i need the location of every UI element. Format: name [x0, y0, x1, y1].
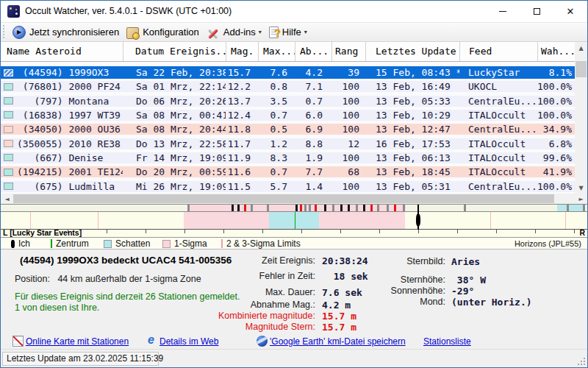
cell-feed: CentralEu... [459, 180, 537, 194]
resize-grip[interactable] [578, 358, 585, 365]
app-icon [7, 5, 20, 18]
vertical-scroll-thumb[interactable] [576, 61, 587, 77]
minimize-button[interactable] [486, 1, 520, 22]
column-header-feed[interactable]: Feed [459, 42, 537, 61]
cell-update: 15 Feb, 08:43 * [365, 66, 459, 79]
cell-update: 13 Feb, 16:49 [365, 79, 459, 93]
table-row[interactable]: (797) MontanaDo 06 Mrz, 20:2613.73.50.71… [1, 94, 575, 108]
detail-label: Mond: [1, 297, 445, 307]
cell-date: Mi 26 Mrz, 19:09 [123, 180, 226, 194]
teal-status-icon [4, 183, 13, 190]
table-row[interactable]: (194215) 2001 TE124Do 20 Mrz, 00:5911.60… [1, 165, 575, 179]
station-mark [464, 205, 466, 211]
table-row[interactable]: (44594) 1999OX3Sa 22 Feb, 20:3815.77.64.… [1, 66, 575, 79]
cell-mag: 15.7 [226, 66, 258, 79]
titlebar: Occult Watcher, ver. 5.4.0.1 - DSWK (UTC… [1, 1, 587, 22]
legend-label: Zentrum [56, 238, 89, 249]
column-header-ab[interactable]: Ab... [295, 42, 331, 61]
link-web[interactable]: Details im Web [146, 336, 218, 347]
cell-rang: 100 [331, 122, 365, 136]
vertical-scrollbar[interactable]: ▲ ▼ [575, 42, 587, 194]
cell-ab: 1.4 [295, 180, 331, 194]
column-header-wah[interactable]: Wah... [537, 42, 575, 61]
cell-ab: 0.7 [295, 94, 331, 108]
cell-max: 0.7 [258, 165, 295, 179]
station-mark [232, 205, 234, 211]
cell-ab: 6.0 [295, 108, 331, 122]
toolbar-button-addins[interactable]: Add-ins▾ [204, 24, 266, 41]
station-mark [377, 205, 379, 211]
station-mark [583, 205, 585, 211]
table-row[interactable]: (76801) 2000 PF24Sa 01 Mrz, 22:1412.20.8… [1, 79, 575, 93]
station-mark [251, 205, 253, 211]
cell-feed: ITALOccult [459, 165, 537, 179]
toolbar: Jetzt synchronisierenKonfigurationAdd-in… [1, 22, 587, 42]
close-button[interactable]: ✕ [553, 1, 587, 22]
station-mark [237, 205, 240, 211]
horizontal-scroll-thumb[interactable] [13, 194, 554, 203]
toolbar-grip[interactable] [3, 25, 7, 40]
column-header-date[interactable]: Datum Ereignis... [123, 42, 226, 61]
cell-name: (194215) 2001 TE124 [15, 165, 123, 179]
link-web-text[interactable]: Details im Web [159, 336, 218, 347]
statusbar: Letztes Update am 23.02.2025 11:15:39 [1, 349, 587, 367]
table-row[interactable]: (667) DeniseFr 14 Mrz, 19:0911.98.31.910… [1, 151, 575, 165]
detail-value: -29° [451, 286, 474, 297]
link-earth[interactable]: 'Google Earth' kml-Datei speichern [257, 336, 406, 347]
help-label: Hilfe [282, 26, 301, 38]
cell-rang: 100 [331, 79, 365, 93]
link-stations-text[interactable]: Stationsliste [423, 336, 471, 347]
station-mark [356, 205, 358, 211]
table-row[interactable]: (350055) 2010 RE38Do 13 Mrz, 22:5811.71.… [1, 137, 575, 151]
column-header-max[interactable]: Max... [258, 42, 295, 61]
cell-date: Sa 01 Mrz, 22:14 [123, 79, 226, 93]
toolbar-button-sync[interactable]: Jetzt synchronisieren [10, 24, 123, 41]
cell-max: 0.7 [258, 108, 295, 122]
config-label: Konfiguration [143, 26, 199, 38]
scroll-left-arrow-icon[interactable]: ◄ [1, 193, 13, 205]
event-timeline[interactable]: L [Lucky Star Events] R [1, 204, 587, 237]
cell-max: 0.8 [258, 79, 295, 93]
scroll-right-arrow-icon[interactable]: ► [575, 193, 587, 205]
cell-max: 8.3 [258, 151, 295, 165]
station-mark [332, 205, 334, 211]
maximize-button[interactable] [520, 1, 553, 22]
toolbar-button-help[interactable]: Hilfe▾ [266, 24, 312, 41]
legend-item-green-line: Zentrum [51, 238, 89, 250]
link-map[interactable]: Online Karte mit Stationen [12, 336, 129, 347]
timeline-overview-strip [1, 205, 587, 212]
scroll-down-arrow-icon[interactable]: ▼ [575, 182, 587, 194]
help-icon [269, 26, 279, 38]
table-body: (44594) 1999OX3Sa 22 Feb, 20:3815.77.64.… [1, 66, 575, 194]
column-header-mag[interactable]: Mag. [226, 42, 258, 61]
day-gridline [565, 212, 566, 229]
cell-name: (350055) 2010 RE38 [15, 137, 123, 151]
column-header-rang[interactable]: Rang [331, 42, 365, 61]
cell-ab: 7.7 [295, 165, 331, 179]
scroll-up-arrow-icon[interactable]: ▲ [575, 42, 587, 54]
cell-wah: 6.8% [537, 137, 575, 151]
table-header: Name AsteroidDatum Ereignis...Mag.Max...… [1, 42, 575, 62]
station-mark [403, 205, 405, 211]
link-stations[interactable]: Stationsliste [410, 336, 471, 347]
table-row[interactable]: (34050) 2000 OU36Sa 08 Mrz, 20:4411.80.5… [1, 122, 575, 136]
teal-status-icon [4, 111, 13, 118]
my-station-marker[interactable] [416, 213, 420, 227]
toolbar-button-config[interactable]: Konfiguration [123, 24, 204, 41]
cell-wah: 34.9% [537, 122, 575, 136]
horizontal-scrollbar[interactable]: ◄ ► [1, 194, 587, 204]
column-header-update[interactable]: Letztes Update [365, 42, 459, 61]
link-earth-text[interactable]: 'Google Earth' kml-Datei speichern [270, 336, 406, 347]
cell-rang: 100 [331, 151, 365, 165]
cell-feed: CentralEu... [459, 94, 537, 108]
ephemeris-source-label: Horizons (JPL#55) [514, 239, 581, 248]
link-map-text[interactable]: Online Karte mit Stationen [26, 336, 129, 347]
cell-update: 13 Feb, 12:47 [365, 122, 459, 136]
table-row[interactable]: (675) LudmillaMi 26 Mrz, 19:0911.55.71.4… [1, 180, 575, 194]
column-header-name[interactable]: Name Asteroid [1, 42, 123, 61]
table-row[interactable]: (16838) 1997 WT39Sa 08 Mrz, 00:4112.40.7… [1, 108, 575, 122]
day-gridline [490, 212, 491, 229]
teal-status-icon [4, 154, 13, 161]
legend-label: 1-Sigma [174, 238, 207, 249]
maximize-icon [534, 8, 540, 15]
